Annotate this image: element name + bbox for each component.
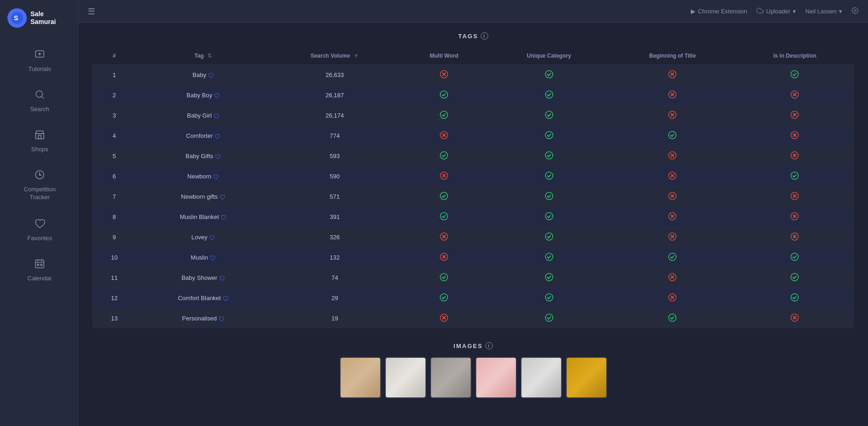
cell-begin-title — [610, 85, 736, 106]
svg-rect-8 — [38, 136, 41, 139]
cell-multi-word — [400, 106, 488, 126]
settings-btn[interactable] — [851, 7, 859, 16]
header-right: ▶ Chrome Extension Uploader ▾ Neil Lasse… — [691, 7, 859, 16]
cell-multi-word — [400, 248, 488, 268]
col-unique-category: Unique Category — [488, 47, 610, 65]
col-search-volume[interactable]: Search Volume ▼ — [270, 47, 400, 65]
tutorials-label: Tutorials — [28, 65, 51, 72]
cell-unique-cat — [488, 126, 610, 146]
image-thumb[interactable] — [566, 357, 607, 398]
sidebar-item-calendar[interactable]: Calendar — [0, 250, 78, 290]
cell-tag: Newborn — [136, 166, 270, 187]
tags-info-icon[interactable]: i — [481, 32, 488, 40]
table-row: 13 Personalised 19 — [92, 308, 854, 329]
image-thumb[interactable] — [521, 357, 562, 398]
uploader-btn[interactable]: Uploader ▾ — [756, 7, 796, 16]
svg-point-87 — [545, 233, 553, 240]
svg-point-105 — [791, 273, 798, 281]
uploader-label: Uploader — [766, 8, 790, 15]
images-label: IMAGES — [454, 343, 483, 349]
cell-in-desc — [736, 126, 854, 146]
cell-num: 7 — [92, 187, 136, 207]
favorites-label: Favorites — [27, 235, 52, 242]
svg-point-97 — [545, 253, 553, 260]
cell-begin-title — [610, 146, 736, 166]
sidebar-item-favorites[interactable]: Favorites — [0, 210, 78, 250]
cell-multi-word — [400, 65, 488, 85]
cell-in-desc — [736, 248, 854, 268]
svg-point-111 — [791, 294, 798, 301]
user-chevron-icon: ▾ — [839, 8, 842, 15]
svg-point-29 — [545, 91, 553, 98]
svg-point-77 — [545, 213, 553, 220]
cell-volume: 774 — [270, 126, 400, 146]
cell-tag: Muslin — [136, 248, 270, 268]
cell-tag: Baby Boy — [136, 85, 270, 106]
cell-unique-cat — [488, 248, 610, 268]
svg-point-36 — [440, 111, 448, 118]
sidebar-item-search[interactable]: Search — [0, 81, 78, 121]
cell-tag: Baby — [136, 65, 270, 85]
table-row: 8 Muslin Blanket 391 — [92, 207, 854, 227]
col-tag[interactable]: Tag ⇅ — [136, 47, 270, 65]
cell-unique-cat — [488, 187, 610, 207]
table-row: 2 Baby Boy 26,187 — [92, 85, 854, 106]
cell-num: 10 — [92, 248, 136, 268]
cell-in-desc — [736, 288, 854, 308]
cell-multi-word — [400, 126, 488, 146]
tags-section-title: TAGS i — [92, 32, 854, 40]
cell-volume: 26,174 — [270, 106, 400, 126]
table-row: 7 Newborn gifts 571 — [92, 187, 854, 207]
cell-volume: 391 — [270, 207, 400, 227]
cell-tag: Baby Shower — [136, 268, 270, 288]
col-multi-word: Multi Word — [400, 47, 488, 65]
logo-icon: S — [7, 8, 27, 28]
sidebar-item-competition-tracker[interactable]: CompetitionTracker — [0, 161, 78, 210]
cell-in-desc — [736, 65, 854, 85]
tag-sort-icon: ⇅ — [207, 53, 212, 59]
cell-volume: 132 — [270, 248, 400, 268]
cloud-icon — [756, 7, 764, 16]
image-thumb[interactable] — [430, 357, 472, 398]
cell-volume: 29 — [270, 288, 400, 308]
svg-line-5 — [42, 97, 44, 99]
images-section: IMAGES i — [92, 342, 854, 398]
svg-point-116 — [669, 314, 676, 321]
svg-rect-6 — [36, 134, 44, 139]
svg-point-12 — [39, 174, 40, 175]
image-thumb[interactable] — [385, 357, 426, 398]
cell-multi-word — [400, 207, 488, 227]
image-thumb[interactable] — [340, 357, 381, 398]
svg-point-107 — [545, 294, 553, 301]
images-info-icon[interactable]: i — [485, 342, 493, 349]
svg-point-27 — [791, 71, 798, 78]
cell-multi-word — [400, 268, 488, 288]
cell-tag: Baby Gifts — [136, 146, 270, 166]
page-content: TAGS i # Tag ⇅ Search Volume ▼ Multi Wor… — [78, 23, 868, 426]
cell-volume: 593 — [270, 146, 400, 166]
cell-multi-word — [400, 166, 488, 187]
cell-unique-cat — [488, 288, 610, 308]
image-thumb[interactable] — [475, 357, 517, 398]
logo[interactable]: S SaleSamurai — [0, 0, 78, 36]
svg-text:S: S — [14, 14, 18, 22]
volume-sort-icon: ▼ — [353, 53, 359, 59]
sidebar-item-tutorials[interactable]: Tutorials — [0, 41, 78, 81]
user-menu-btn[interactable]: Neil Lassen ▾ — [805, 8, 842, 15]
cell-tag: Comforter — [136, 126, 270, 146]
svg-point-106 — [440, 294, 448, 301]
table-row: 12 Comfort Blanket 29 — [92, 288, 854, 308]
cell-unique-cat — [488, 85, 610, 106]
shops-icon — [34, 129, 45, 143]
chrome-extension-btn[interactable]: ▶ Chrome Extension — [691, 8, 747, 15]
images-section-title: IMAGES i — [92, 342, 854, 349]
sidebar-item-shops[interactable]: Shops — [0, 121, 78, 161]
menu-toggle[interactable]: ☰ — [88, 6, 95, 17]
cell-num: 1 — [92, 65, 136, 85]
cell-begin-title — [610, 268, 736, 288]
cell-in-desc — [736, 207, 854, 227]
svg-point-52 — [440, 152, 448, 159]
svg-point-100 — [440, 273, 448, 281]
uploader-chevron-icon: ▾ — [793, 8, 796, 15]
cell-tag: Lovey — [136, 227, 270, 248]
